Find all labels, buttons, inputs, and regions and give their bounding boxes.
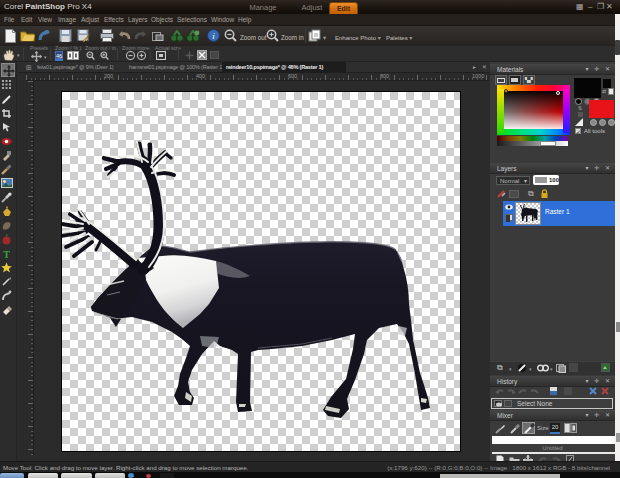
svg-text:T: T: [3, 249, 10, 260]
